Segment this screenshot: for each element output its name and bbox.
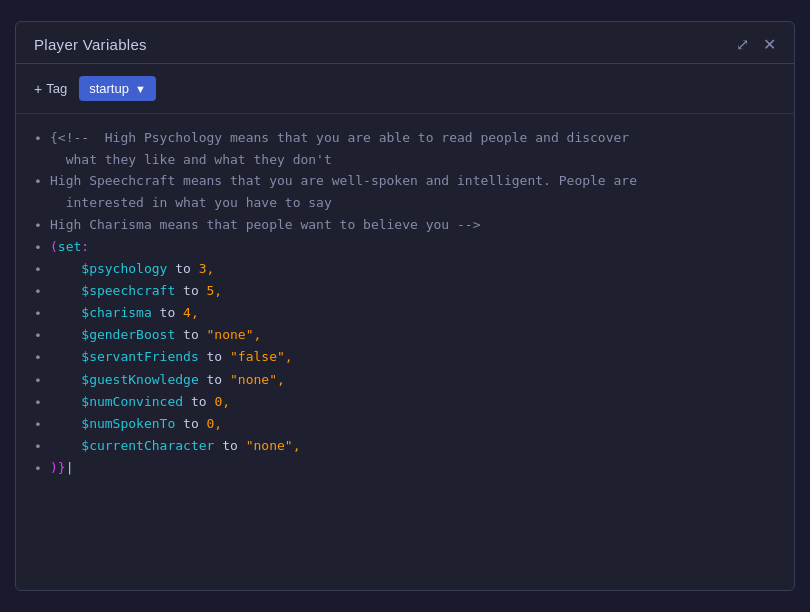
bullet-point: • [34,348,42,368]
code-content: $speechcraft to 5, [50,281,776,301]
code-line: •{<!-- High Psychology means that you ar… [34,128,776,149]
code-content: $servantFriends to "false", [50,347,776,367]
toolbar: + Tag startup ▼ [16,64,794,114]
code-token: to [214,438,245,453]
bullet-point: • [34,326,42,346]
bullet-point: • [34,216,42,236]
panel-header: Player Variables ⤢ ✕ [16,22,794,64]
code-token: 5, [207,283,223,298]
code-token: $numSpokenTo [81,416,175,431]
add-tag-button[interactable]: + Tag [34,81,67,97]
code-token: $numConvinced [81,394,183,409]
code-token: set [58,239,81,254]
code-token [50,283,81,298]
code-token [50,349,81,364]
dropdown-label: startup [89,81,129,96]
code-token: | [66,460,74,475]
code-content: )}| [50,458,776,478]
code-line: • $genderBoost to "none", [34,325,776,346]
code-line: • $numSpokenTo to 0, [34,414,776,435]
code-token: "none", [207,327,262,342]
code-token: $guestKnowledge [81,372,198,387]
code-line: • $guestKnowledge to "none", [34,370,776,391]
code-content: $guestKnowledge to "none", [50,370,776,390]
code-line: • $psychology to 3, [34,259,776,280]
code-token: to [199,372,230,387]
panel-icon-group: ⤢ ✕ [736,37,776,53]
code-line: •)}| [34,458,776,479]
bullet-point: • [34,304,42,324]
code-token: $speechcraft [81,283,175,298]
code-token: to [167,261,198,276]
code-token [50,372,81,387]
bullet-point: • [34,415,42,435]
bullet-point: • [34,459,42,479]
code-token [50,438,81,453]
code-content: $charisma to 4, [50,303,776,323]
code-token: to [175,283,206,298]
expand-button[interactable]: ⤢ [736,37,749,53]
code-token: "none", [246,438,301,453]
code-token: interested in what you have to say [50,195,332,210]
code-content: (set: [50,237,776,257]
code-token: to [175,416,206,431]
code-token [50,261,81,276]
code-token: High Charisma means that people want to … [50,217,480,232]
code-token: 4, [183,305,199,320]
code-line: • $currentCharacter to "none", [34,436,776,457]
bullet-point: • [34,238,42,258]
code-token: to [152,305,183,320]
code-token: $psychology [81,261,167,276]
bullet-point: • [34,260,42,280]
code-token: $charisma [81,305,151,320]
chevron-down-icon: ▼ [135,83,146,95]
code-token: to [183,394,214,409]
code-token: 0, [214,394,230,409]
code-content: interested in what you have to say [50,193,776,213]
code-token: $currentCharacter [81,438,214,453]
code-token: to [175,327,206,342]
code-line: • $charisma to 4, [34,303,776,324]
code-token: "none", [230,372,285,387]
panel-title: Player Variables [34,36,147,53]
code-line: •(set: [34,237,776,258]
code-line: interested in what you have to say [34,193,776,213]
code-token: {<!-- High Psychology means that you are… [50,130,629,145]
bullet-point: • [34,282,42,302]
code-content: High Speechcraft means that you are well… [50,171,776,191]
code-token: "false", [230,349,293,364]
code-line: •High Speechcraft means that you are wel… [34,171,776,192]
code-token: what they like and what they don't [50,152,332,167]
bullet-point: • [34,393,42,413]
code-content: $psychology to 3, [50,259,776,279]
code-content: {<!-- High Psychology means that you are… [50,128,776,148]
code-line: •High Charisma means that people want to… [34,215,776,236]
bullet-point: • [34,172,42,192]
bullet-point: • [34,371,42,391]
player-variables-panel: Player Variables ⤢ ✕ + Tag startup ▼ •{<… [15,21,795,591]
startup-dropdown[interactable]: startup ▼ [79,76,156,101]
code-token [50,327,81,342]
code-token: $genderBoost [81,327,175,342]
code-token: High Speechcraft means that you are well… [50,173,637,188]
plus-icon: + [34,81,42,97]
code-line: • $numConvinced to 0, [34,392,776,413]
code-content: $numConvinced to 0, [50,392,776,412]
code-token [50,305,81,320]
close-button[interactable]: ✕ [763,37,776,53]
code-content: $currentCharacter to "none", [50,436,776,456]
code-line: what they like and what they don't [34,150,776,170]
code-line: • $speechcraft to 5, [34,281,776,302]
code-token: 3, [199,261,215,276]
bullet-point: • [34,129,42,149]
bullet-point: • [34,437,42,457]
code-token: $servantFriends [81,349,198,364]
code-content: what they like and what they don't [50,150,776,170]
code-token: ( [50,239,58,254]
code-token [50,416,81,431]
code-line: • $servantFriends to "false", [34,347,776,368]
code-content: $numSpokenTo to 0, [50,414,776,434]
code-content: High Charisma means that people want to … [50,215,776,235]
code-editor[interactable]: •{<!-- High Psychology means that you ar… [16,114,794,590]
add-tag-label: Tag [46,81,67,96]
